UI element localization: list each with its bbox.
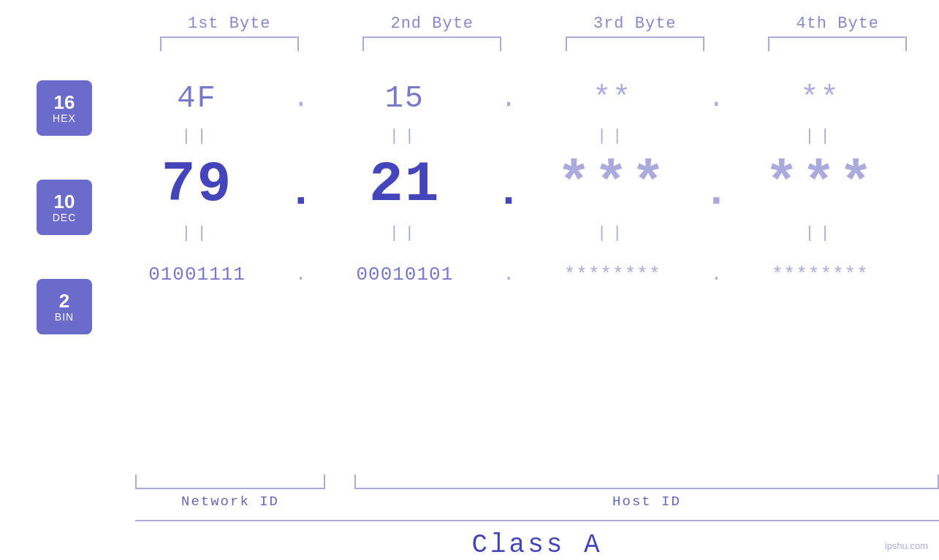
hex-b2: 15 <box>385 81 425 116</box>
byte1-header: 1st Byte <box>156 15 303 33</box>
class-bracket <box>135 520 939 521</box>
main-container: 1st Byte 2nd Byte 3rd Byte 4th Byte 16 H… <box>0 0 939 560</box>
hex-b2-cell: 15 <box>328 81 482 116</box>
byte3-header: 3rd Byte <box>562 15 708 33</box>
hex-b1: 4F <box>177 81 216 116</box>
eq1-b4: || <box>743 127 897 145</box>
dec-row: 79 . 21 . *** . *** <box>107 148 911 221</box>
dec-b3: *** <box>557 153 668 217</box>
bin-badge: 2 BIN <box>37 279 92 334</box>
hex-badge-number: 16 <box>54 92 75 113</box>
hex-row: 4F . 15 . ** . ** <box>107 73 911 124</box>
dec-dot2: . <box>494 153 523 217</box>
bin-b4-cell: ******** <box>743 264 897 285</box>
dec-b1: 79 <box>161 153 233 217</box>
eq1-b1: || <box>121 127 274 145</box>
bracket-1 <box>160 37 299 51</box>
bracket-3 <box>566 37 704 51</box>
bin-row: 01001111 . 00010101 . ******** . <box>107 245 911 304</box>
dec-badge-label: DEC <box>53 212 77 223</box>
hex-badge-label: HEX <box>53 112 76 124</box>
hex-b4-cell: ** <box>743 81 897 116</box>
dec-b2-cell: 21 <box>328 153 482 217</box>
bin-dot2: . <box>494 264 523 285</box>
equals-row-2: || || || || <box>107 224 911 242</box>
bin-b4: ******** <box>772 264 869 285</box>
class-label: Class A <box>135 530 939 560</box>
host-id-bracket <box>354 475 939 489</box>
host-id-label: Host ID <box>354 494 939 510</box>
eq1-b2: || <box>328 127 482 145</box>
bin-b2-cell: 00010101 <box>328 264 482 285</box>
bracket-4 <box>768 37 907 51</box>
eq2-b1: || <box>121 224 274 242</box>
bin-b3-cell: ******** <box>536 264 689 285</box>
hex-b3: ** <box>593 81 632 116</box>
badges-column: 16 HEX 10 DEC 2 BIN <box>37 80 92 334</box>
eq2-b2: || <box>328 224 482 242</box>
byte-headers: 1st Byte 2nd Byte 3rd Byte 4th Byte <box>33 15 939 33</box>
values-area: 4F . 15 . ** . ** <box>107 58 939 304</box>
hex-b4: ** <box>800 81 840 116</box>
byte2-header: 2nd Byte <box>359 15 505 33</box>
dec-b4: *** <box>764 153 875 217</box>
bin-b2: 00010101 <box>356 264 453 285</box>
eq1-b3: || <box>536 127 689 145</box>
dec-badge: 10 DEC <box>37 180 92 235</box>
bin-b3: ******** <box>564 264 661 285</box>
bin-badge-number: 2 <box>59 291 69 312</box>
equals-row-1: || || || || <box>107 127 911 145</box>
bin-b1-cell: 01001111 <box>121 264 274 285</box>
content-area: 16 HEX 10 DEC 2 BIN 4F . <box>0 58 939 471</box>
byte4-header: 4th Byte <box>764 15 911 33</box>
hex-b3-cell: ** <box>536 81 689 116</box>
top-brackets <box>33 37 939 51</box>
bin-b1: 01001111 <box>148 264 246 285</box>
hex-dot1: . <box>286 84 316 114</box>
eq2-b4: || <box>743 224 897 242</box>
id-labels-row: Network ID Host ID <box>135 494 939 510</box>
dec-badge-number: 10 <box>54 191 75 212</box>
eq2-b3: || <box>536 224 689 242</box>
hex-badge: 16 HEX <box>37 80 92 136</box>
network-id-bracket <box>135 475 325 489</box>
dec-dot3: . <box>702 153 731 217</box>
watermark: ipshu.com <box>885 540 928 551</box>
bottom-brackets-container <box>135 475 939 489</box>
dec-b3-cell: *** <box>536 153 689 217</box>
dec-b4-cell: *** <box>743 153 897 217</box>
hex-b1-cell: 4F <box>121 81 274 116</box>
bin-dot1: . <box>286 264 316 285</box>
bin-dot3: . <box>702 264 731 285</box>
bracket-2 <box>362 37 501 51</box>
network-id-label: Network ID <box>135 494 325 510</box>
dec-b2: 21 <box>369 153 441 217</box>
hex-dot2: . <box>494 84 523 114</box>
bin-badge-label: BIN <box>55 311 74 323</box>
dec-b1-cell: 79 <box>121 153 274 217</box>
dec-dot1: . <box>286 153 316 217</box>
hex-dot3: . <box>702 84 731 114</box>
